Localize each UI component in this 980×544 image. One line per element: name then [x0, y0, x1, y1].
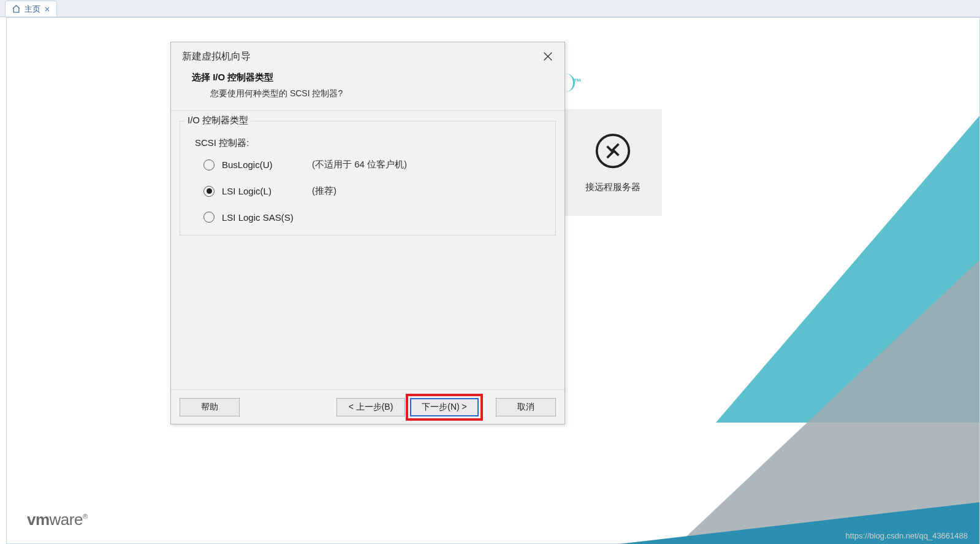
connect-remote-card[interactable]: 接远程服务器 [564, 109, 662, 216]
tab-close-icon[interactable] [44, 6, 50, 12]
radio-hint: (推荐) [312, 185, 336, 197]
io-controller-fieldset: I/O 控制器类型 SCSI 控制器: BusLogic(U) (不适用于 64… [180, 121, 556, 236]
help-button[interactable]: 帮助 [180, 398, 240, 416]
dialog-subheading: 您要使用何种类型的 SCSI 控制器? [210, 88, 544, 99]
radio-buslogic[interactable]: BusLogic(U) (不适用于 64 位客户机) [203, 159, 547, 170]
radio-icon[interactable] [203, 159, 215, 170]
radio-icon[interactable] [203, 186, 215, 197]
dialog-footer: 帮助 < 上一步(B) 下一步(N) > 取消 [171, 389, 564, 424]
scsi-controller-label: SCSI 控制器: [195, 137, 547, 149]
fieldset-legend: I/O 控制器类型 [185, 115, 251, 126]
radio-label: BusLogic(U) [222, 159, 305, 170]
radio-label: LSI Logic(L) [222, 186, 305, 196]
dialog-titlebar: 新建虚拟机向导 [171, 42, 564, 71]
new-vm-wizard-dialog: 新建虚拟机向导 选择 I/O 控制器类型 您要使用何种类型的 SCSI 控制器?… [170, 42, 565, 424]
watermark: https://blog.csdn.net/qq_43661488 [846, 531, 968, 540]
radio-icon[interactable] [203, 212, 215, 223]
home-icon [12, 4, 21, 13]
trademark-badge: ™ [573, 77, 582, 86]
close-icon[interactable] [542, 51, 553, 62]
dialog-header: 选择 I/O 控制器类型 您要使用何种类型的 SCSI 控制器? [171, 71, 564, 110]
connect-icon [594, 132, 631, 169]
radio-lsi-logic[interactable]: LSI Logic(L) (推荐) [203, 185, 547, 197]
card-label: 接远程服务器 [585, 182, 640, 193]
cancel-button[interactable]: 取消 [496, 398, 556, 416]
dialog-body: I/O 控制器类型 SCSI 控制器: BusLogic(U) (不适用于 64… [171, 110, 564, 389]
vmware-logo: vmware® [27, 510, 88, 529]
next-button[interactable]: 下一步(N) > [410, 398, 479, 416]
dialog-heading: 选择 I/O 控制器类型 [192, 72, 544, 83]
dialog-title-text: 新建虚拟机向导 [182, 50, 251, 63]
background-triangle-gray [658, 260, 979, 544]
tab-bar: 主页 [0, 0, 980, 17]
tab-label: 主页 [25, 4, 40, 15]
back-button[interactable]: < 上一步(B) [336, 398, 405, 416]
tab-home[interactable]: 主页 [5, 1, 57, 17]
radio-hint: (不适用于 64 位客户机) [312, 159, 407, 170]
radio-lsi-logic-sas[interactable]: LSI Logic SAS(S) [203, 212, 547, 223]
radio-label: LSI Logic SAS(S) [222, 212, 305, 223]
